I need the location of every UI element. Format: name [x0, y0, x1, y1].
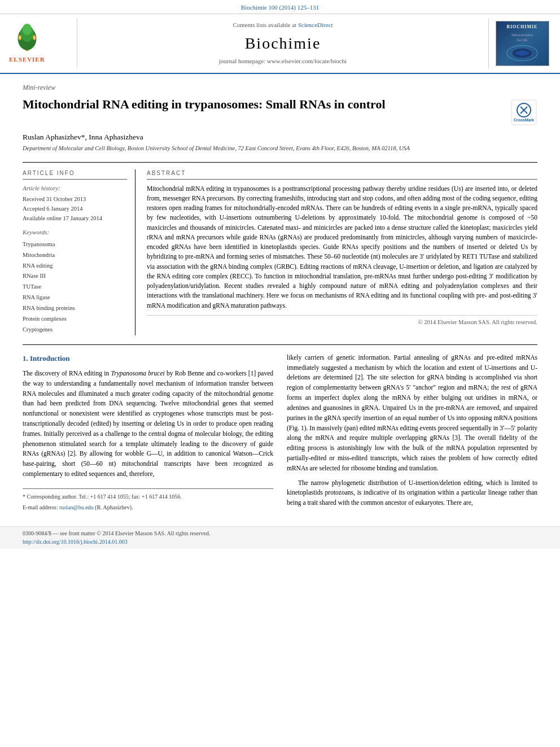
svg-point-6 [19, 36, 21, 40]
journal-top-bar: Biochimie 100 (2014) 125–131 [0, 0, 560, 14]
info-abstract-section: ARTICLE INFO Article history: Received 3… [23, 162, 537, 335]
keywords-label: Keywords: [23, 228, 127, 237]
footnote-area: * Corresponding author. Tel.: +1 617 414… [23, 488, 273, 512]
journal-cover-image: BIOCHIMIE Mitochondriafor life [496, 21, 549, 66]
journal-header: ELSEVIER Contents lists available at Sci… [0, 14, 560, 74]
email-name: (R. Aphasizhev). [95, 504, 133, 510]
elsevier-label: ELSEVIER [9, 55, 45, 64]
article-history-label: Article history: [23, 184, 127, 193]
keyword-8: Protein complexes [23, 314, 127, 325]
bottom-bar: 0300-9084/$ — see front matter © 2014 El… [0, 526, 560, 549]
journal-cover-area: BIOCHIMIE Mitochondriafor life [489, 19, 551, 68]
svg-point-7 [33, 36, 36, 40]
article-info-column: ARTICLE INFO Article history: Received 3… [23, 169, 135, 335]
svg-point-3 [23, 24, 32, 35]
publisher-logo-area: ELSEVIER [9, 19, 77, 68]
intro-heading: 1. Introduction [23, 353, 273, 364]
svg-text:CrossMark: CrossMark [514, 118, 534, 122]
abstract-text: Mitochondrial mRNA editing in trypanosom… [147, 184, 537, 311]
section-divider [23, 344, 537, 345]
received-date: Received 31 October 2013 [23, 195, 127, 204]
keyword-9: Cryptogenes [23, 325, 127, 335]
copyright-line: © 2014 Elsevier Masson SAS. All rights r… [147, 315, 537, 326]
journal-center-header: Contents lists available at ScienceDirec… [77, 19, 489, 68]
article-title-text: Mitochondrial RNA editing in trypanosome… [23, 97, 510, 113]
accepted-date: Accepted 6 January 2014 [23, 204, 127, 214]
issn-text: 0300-9084/$ — see front matter © 2014 El… [23, 530, 211, 536]
intro-left-column: 1. Introduction The discovery of RNA edi… [23, 353, 273, 513]
intro-paragraph-1: The discovery of RNA editing in Trypanos… [23, 369, 273, 479]
crossmark-icon[interactable]: CrossMark [510, 99, 537, 126]
article-title-block: Mitochondrial RNA editing in trypanosome… [23, 97, 537, 126]
abstract-heading: ABSTRACT [147, 169, 537, 180]
journal-homepage: journal homepage: www.elsevier.com/locat… [219, 57, 347, 66]
intro-right-paragraph-1: likely carriers of genetic information. … [287, 353, 537, 474]
email-label: E-mail address: [23, 504, 59, 510]
article-type-label: Mini-review [23, 83, 537, 93]
article-dates: Received 31 October 2013 Accepted 6 Janu… [23, 195, 127, 223]
article-info-heading: ARTICLE INFO [23, 169, 127, 180]
keyword-3: RNA editing [23, 261, 127, 272]
corresponding-note: * Corresponding author. Tel.: +1 617 414… [23, 492, 273, 501]
available-date: Available online 17 January 2014 [23, 214, 127, 224]
intro-right-paragraph-2: The narrow phylogenetic distribution of … [287, 478, 537, 508]
keyword-1: Trypanosoma [23, 239, 127, 250]
affiliation-text: Department of Molecular and Cell Biology… [23, 145, 537, 153]
cover-journal-name: BIOCHIMIE [507, 24, 538, 30]
keyword-2: Mitochondria [23, 250, 127, 261]
keyword-7: RNA binding proteins [23, 303, 127, 314]
elsevier-tree-icon [10, 23, 44, 54]
cover-illustration [502, 43, 542, 63]
intro-right-column: likely carriers of genetic information. … [287, 353, 537, 513]
keyword-4: RNase III [23, 271, 127, 282]
doi-link[interactable]: http://dx.doi.org/10.1016/j.biochi.2014.… [23, 539, 128, 545]
abstract-paragraph: Mitochondrial mRNA editing in trypanosom… [147, 184, 537, 311]
authors-line: Ruslan Aphasizhev*, Inna Aphasizheva [23, 132, 537, 143]
keywords-list: Trypanosoma Mitochondria RNA editing RNa… [23, 239, 127, 335]
journal-citation: Biochimie 100 (2014) 125–131 [241, 4, 319, 11]
email-link[interactable]: ruslan@bu.edu [59, 504, 94, 510]
cover-subtitle: Mitochondriafor life [511, 33, 533, 43]
elsevier-logo: ELSEVIER [9, 23, 45, 64]
body-section: 1. Introduction The discovery of RNA edi… [23, 353, 537, 513]
article-content: Mini-review Mitochondrial RNA editing in… [0, 74, 560, 522]
authors-text: Ruslan Aphasizhev*, Inna Aphasizheva [23, 133, 143, 141]
sciencedirect-link[interactable]: ScienceDirect [298, 21, 333, 28]
science-direct-line: Contents lists available at ScienceDirec… [233, 21, 333, 30]
keyword-5: TUTase [23, 282, 127, 292]
journal-name: Biochimie [245, 32, 321, 55]
abstract-column: ABSTRACT Mitochondrial mRNA editing in t… [147, 169, 537, 335]
email-note: E-mail address: ruslan@bu.edu (R. Aphasi… [23, 503, 273, 512]
keyword-6: RNA ligase [23, 292, 127, 303]
